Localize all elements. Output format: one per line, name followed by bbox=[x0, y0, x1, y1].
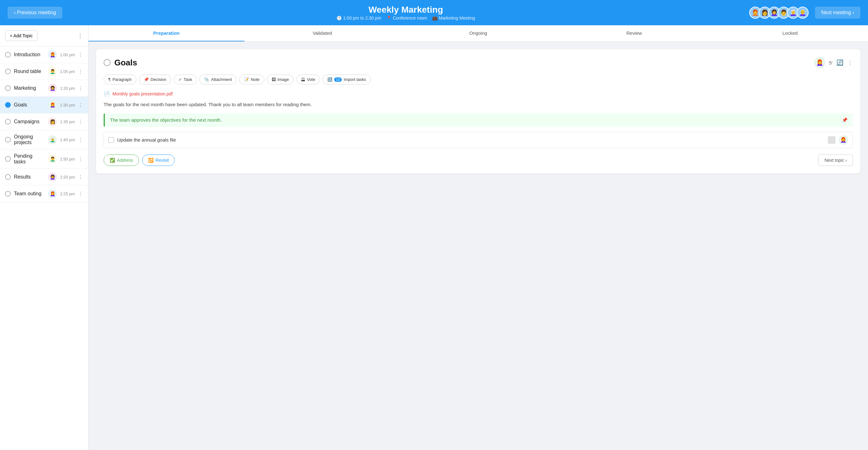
sidebar-header: + Add Topic ⋮ bbox=[0, 25, 88, 47]
topic-dots-button[interactable]: ⋮ bbox=[78, 85, 83, 91]
topic-list-item[interactable]: Ongoing projects 👨‍🦳 1:40 pm ⋮ bbox=[0, 130, 88, 149]
task-checkbox[interactable] bbox=[108, 137, 114, 143]
topic-dots-button[interactable]: ⋮ bbox=[78, 102, 83, 108]
revisit-button[interactable]: 🔁 Revisit bbox=[142, 154, 175, 166]
decision-icon: 📌 bbox=[842, 117, 848, 123]
next-topic-button[interactable]: Next topic › bbox=[818, 154, 853, 166]
meeting-title: Weekly Marketing bbox=[336, 5, 475, 15]
toolbar-btn-image[interactable]: 🖼Image bbox=[267, 74, 294, 84]
content-area: PreparationValidatedOngoingReviewLocked … bbox=[88, 25, 868, 450]
meeting-location: 📍 Conference room bbox=[386, 16, 427, 21]
timer-label: 5' bbox=[829, 60, 833, 65]
topic-time: 1:35 pm bbox=[60, 119, 75, 124]
participant-avatar: 👩‍🦲 bbox=[797, 7, 809, 19]
next-meeting-button[interactable]: Next meeting › bbox=[815, 7, 861, 19]
topic-name: Team outing bbox=[14, 191, 45, 197]
topic-card-header: Goals 👩‍🦰 5' 🔄 ⋮ bbox=[103, 57, 853, 68]
decision-text: The team approves the objectives for the… bbox=[110, 117, 222, 123]
topic-dots-button[interactable]: ⋮ bbox=[78, 156, 83, 162]
tab-review[interactable]: Review bbox=[556, 25, 712, 41]
topic-dots-button[interactable]: ⋮ bbox=[78, 174, 83, 180]
topic-avatar: 👩‍🦰 bbox=[48, 50, 57, 59]
topic-radio bbox=[5, 52, 11, 58]
next-meeting-area: Next meeting › bbox=[815, 7, 861, 19]
topic-status-radio[interactable] bbox=[103, 59, 111, 66]
topic-avatar: 👨‍🦳 bbox=[48, 135, 57, 144]
topic-name: Campaigns bbox=[14, 119, 45, 124]
refresh-button[interactable]: 🔄 bbox=[836, 59, 843, 66]
prev-meeting-area: ‹ Previous meeting bbox=[7, 7, 62, 19]
topic-list-item[interactable]: Marketing 👩‍🦱 1:20 pm ⋮ bbox=[0, 80, 88, 97]
topic-body-text: The goals for the next month have been u… bbox=[103, 101, 853, 109]
task-row: Update the annual goals file 👩‍🦰 bbox=[103, 132, 853, 148]
task-text: Update the annual goals file bbox=[117, 137, 825, 143]
tab-validated[interactable]: Validated bbox=[245, 25, 401, 41]
tabs-bar: PreparationValidatedOngoingReviewLocked bbox=[88, 25, 868, 42]
topic-list-item[interactable]: Goals 👩‍🦰 1:30 pm ⋮ bbox=[0, 97, 88, 114]
clock-icon: 🕐 bbox=[336, 16, 342, 21]
toolbar-btn-task[interactable]: ✓Task bbox=[174, 74, 197, 84]
topic-dots-button[interactable]: ⋮ bbox=[78, 52, 83, 58]
topic-name: Results bbox=[14, 174, 45, 180]
sidebar-more-button[interactable]: ⋮ bbox=[78, 32, 83, 39]
participant-avatars: 🧑‍🦰👩👩‍🦱👨👩‍🦳👩‍🦲 bbox=[749, 7, 809, 19]
topic-dots-button[interactable]: ⋮ bbox=[78, 68, 83, 74]
decision-icon: 📌 bbox=[144, 77, 149, 82]
topic-list-item[interactable]: Introduction 👩‍🦰 1:00 pm ⋮ bbox=[0, 47, 88, 63]
topic-name: Pending tasks bbox=[14, 153, 45, 164]
topic-avatar: 👨‍🦱 bbox=[48, 154, 57, 163]
tab-locked[interactable]: Locked bbox=[712, 25, 868, 41]
prev-meeting-button[interactable]: ‹ Previous meeting bbox=[7, 7, 62, 19]
address-button[interactable]: ✅ Address bbox=[103, 154, 139, 166]
attachment-icon: 📎 bbox=[204, 77, 209, 82]
topic-card-actions: 👩‍🦰 5' 🔄 ⋮ bbox=[814, 57, 853, 68]
topic-radio bbox=[5, 137, 11, 143]
task-icon: ✓ bbox=[179, 77, 182, 82]
toolbar-btn-decision[interactable]: 📌Decision bbox=[139, 74, 171, 84]
topic-name: Goals bbox=[14, 102, 45, 108]
topic-radio bbox=[5, 191, 11, 197]
add-topic-button[interactable]: + Add Topic bbox=[5, 30, 38, 41]
topic-content: Goals 👩‍🦰 5' 🔄 ⋮ ¶Paragraph📌Decision✓Tas… bbox=[88, 42, 868, 450]
topic-dots-button[interactable]: ⋮ bbox=[78, 191, 83, 197]
task-avatar: 👩‍🦰 bbox=[839, 135, 848, 145]
footer-left: ✅ Address 🔁 Revisit bbox=[103, 154, 175, 166]
topic-list-item[interactable]: Campaigns 👩 1:35 pm ⋮ bbox=[0, 114, 88, 130]
meeting-info: Weekly Marketing 🕐 1:00 pm to 2:30 pm 📍 … bbox=[336, 5, 475, 21]
topic-list-item[interactable]: Round table 👨‍🦱 1:05 pm ⋮ bbox=[0, 63, 88, 80]
topic-dots-button[interactable]: ⋮ bbox=[78, 119, 83, 125]
topic-dots-button[interactable]: ⋮ bbox=[78, 137, 83, 143]
topic-radio bbox=[5, 156, 11, 162]
meeting-time: 🕐 1:00 pm to 2:30 pm bbox=[336, 16, 381, 21]
topic-radio bbox=[5, 102, 11, 108]
topic-list-item[interactable]: Results 👩‍🦱 2:20 pm ⋮ bbox=[0, 169, 88, 185]
topic-time: 1:30 pm bbox=[60, 103, 75, 108]
decision-row: The team approves the objectives for the… bbox=[103, 114, 853, 127]
toolbar-btn-paragraph[interactable]: ¶Paragraph bbox=[103, 74, 136, 84]
topic-time: 1:50 pm bbox=[60, 157, 75, 161]
tab-ongoing[interactable]: Ongoing bbox=[400, 25, 556, 41]
main-layout: + Add Topic ⋮ Introduction 👩‍🦰 1:00 pm ⋮… bbox=[0, 25, 868, 450]
attachment-filename[interactable]: Monthly goals presentation.pdf bbox=[113, 91, 173, 96]
topic-list-item[interactable]: Pending tasks 👨‍🦱 1:50 pm ⋮ bbox=[0, 149, 88, 169]
topic-avatar: 👩‍🦰 bbox=[48, 100, 57, 109]
note-icon: 📝 bbox=[244, 77, 249, 82]
toolbar-btn-attachment[interactable]: 📎Attachment bbox=[199, 74, 237, 84]
topic-card: Goals 👩‍🦰 5' 🔄 ⋮ ¶Paragraph📌Decision✓Tas… bbox=[96, 49, 861, 174]
header: ‹ Previous meeting Weekly Marketing 🕐 1:… bbox=[0, 0, 868, 25]
topic-time: 1:05 pm bbox=[60, 69, 75, 74]
toolbar-btn-import-tasks[interactable]: 🔢13Import tasks bbox=[322, 74, 371, 84]
topic-card-title: Goals bbox=[114, 58, 137, 68]
topic-time: 1:40 pm bbox=[60, 138, 75, 142]
address-icon: ✅ bbox=[110, 158, 115, 163]
topic-avatar: 👨‍🦱 bbox=[48, 67, 57, 76]
revisit-icon: 🔁 bbox=[148, 158, 154, 163]
topic-more-button[interactable]: ⋮ bbox=[847, 59, 853, 66]
sidebar: + Add Topic ⋮ Introduction 👩‍🦰 1:00 pm ⋮… bbox=[0, 25, 88, 450]
topic-list-item[interactable]: Team outing 👩‍🦰 2:25 pm ⋮ bbox=[0, 185, 88, 202]
toolbar-btn-note[interactable]: 📝Note bbox=[239, 74, 264, 84]
tab-preparation[interactable]: Preparation bbox=[88, 25, 245, 41]
pdf-icon: 📄 bbox=[103, 91, 110, 97]
topic-avatar: 👩‍🦱 bbox=[48, 84, 57, 93]
toolbar-btn-vote[interactable]: 🗳Vote bbox=[296, 74, 320, 84]
